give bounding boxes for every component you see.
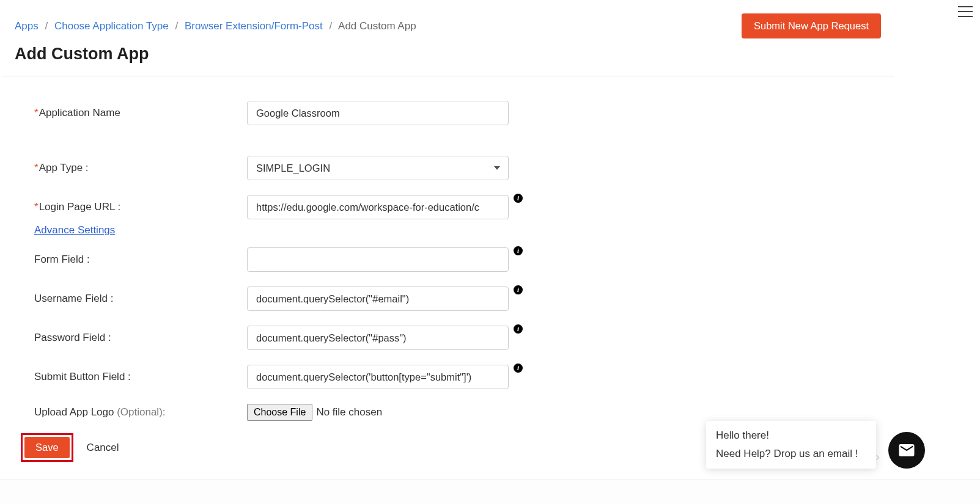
form-area: *Application Name *App Type : SIMPLE_LOG… <box>0 76 550 421</box>
bottom-bar <box>0 480 980 504</box>
chat-line1: Hello there! <box>716 429 866 442</box>
breadcrumb-separator: / <box>175 20 179 32</box>
password-field-input[interactable] <box>247 326 509 350</box>
submit-button-field-input[interactable] <box>247 365 509 389</box>
save-button-highlight: Save <box>21 433 73 462</box>
header-row: Apps / Choose Application Type / Browser… <box>0 0 896 38</box>
choose-file-button[interactable]: Choose File <box>247 404 312 421</box>
file-status: No file chosen <box>316 406 382 418</box>
app-name-input[interactable] <box>247 101 509 125</box>
save-button[interactable]: Save <box>24 437 70 458</box>
form-field-label: Form Field : <box>34 254 247 266</box>
username-field-label: Username Field : <box>34 293 247 305</box>
app-name-label: *Application Name <box>34 107 247 119</box>
breadcrumb-link-browser-ext[interactable]: Browser Extension/Form-Post <box>185 20 323 32</box>
chat-bubble: Hello there! Need Help? Drop us an email… <box>706 421 876 469</box>
chevron-right-icon: › <box>875 450 880 464</box>
info-icon[interactable]: i <box>514 194 523 203</box>
upload-logo-label: Upload App Logo (Optional): <box>34 406 247 418</box>
password-field-label: Password Field : <box>34 332 247 344</box>
info-icon[interactable]: i <box>514 324 523 334</box>
info-icon[interactable]: i <box>514 363 523 373</box>
breadcrumb-separator: / <box>330 20 333 32</box>
cancel-button[interactable]: Cancel <box>83 441 123 455</box>
form-field-input[interactable] <box>247 247 509 272</box>
breadcrumb-link-choose-type[interactable]: Choose Application Type <box>54 20 169 32</box>
login-url-input[interactable] <box>247 195 509 219</box>
app-type-select[interactable]: SIMPLE_LOGIN <box>247 156 509 180</box>
chat-fab-button[interactable] <box>888 432 925 469</box>
hamburger-menu-icon[interactable] <box>958 6 973 17</box>
page-title: Add Custom App <box>15 45 965 64</box>
mail-icon <box>897 441 916 459</box>
advance-settings-link[interactable]: Advance Settings <box>34 224 115 236</box>
info-icon[interactable]: i <box>514 285 523 294</box>
breadcrumb-separator: / <box>45 20 48 32</box>
info-icon[interactable]: i <box>514 246 523 255</box>
submit-button-field-label: Submit Button Field : <box>34 371 247 383</box>
breadcrumb-link-apps[interactable]: Apps <box>15 20 39 32</box>
login-url-label: *Login Page URL : <box>34 201 247 213</box>
breadcrumb-current: Add Custom App <box>338 20 416 32</box>
username-field-input[interactable] <box>247 287 509 311</box>
breadcrumb: Apps / Choose Application Type / Browser… <box>15 20 416 32</box>
app-type-label: *App Type : <box>34 162 247 174</box>
submit-new-app-request-button[interactable]: Submit New App Request <box>742 13 881 38</box>
chat-line2: Need Help? Drop us an email ! <box>716 448 866 460</box>
